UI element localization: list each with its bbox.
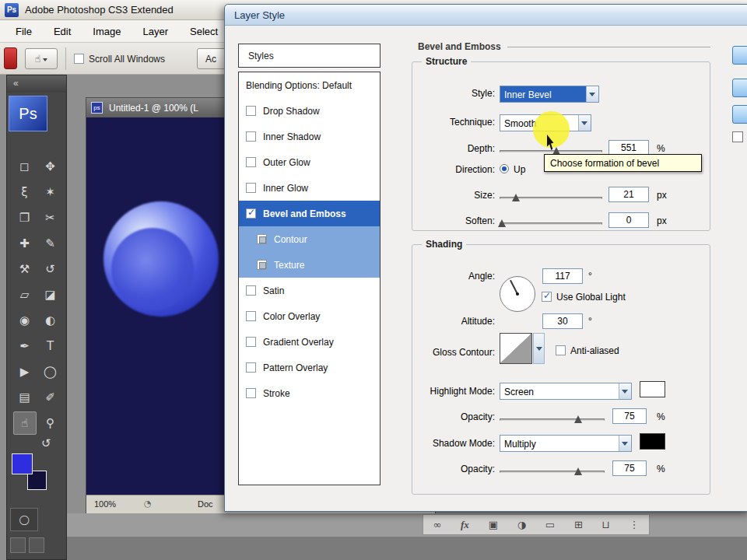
gloss-contour-arrow-button[interactable]	[533, 333, 545, 364]
highlight-opacity-field[interactable]	[612, 408, 647, 424]
link-layers-icon[interactable]: ∞	[433, 519, 441, 530]
style-dropdown[interactable]: Inner Bevel	[500, 86, 599, 103]
style-item-pattern-overlay[interactable]: Pattern Overlay	[239, 355, 380, 380]
slider-thumb[interactable]	[512, 194, 520, 201]
new-style-button-cut[interactable]	[732, 105, 747, 124]
cs3-red-icon[interactable]	[4, 47, 17, 69]
tool-brush[interactable]: ✎	[39, 232, 62, 255]
tool-spot-healing-brush[interactable]: ✚	[13, 232, 37, 255]
inner-glow-checkbox[interactable]	[246, 183, 256, 193]
dropdown-arrow-icon[interactable]	[578, 115, 591, 131]
slider-thumb[interactable]	[574, 415, 582, 423]
direction-up-radio[interactable]	[500, 164, 509, 173]
menu-image[interactable]: Image	[82, 20, 132, 43]
anti-aliased-checkbox[interactable]	[556, 345, 566, 355]
soften-slider[interactable]	[500, 217, 602, 229]
dropdown-arrow-icon[interactable]	[619, 383, 631, 399]
tool-clone-stamp[interactable]: ⚒	[13, 257, 37, 281]
depth-field[interactable]	[608, 140, 649, 156]
gradient-overlay-checkbox[interactable]	[246, 337, 256, 347]
highlight-color-swatch[interactable]	[640, 381, 665, 397]
tool-notes[interactable]: ▤	[13, 386, 37, 409]
drop-shadow-checkbox[interactable]	[246, 106, 256, 116]
quick-mask-button[interactable]: ◯	[10, 508, 38, 531]
angle-field[interactable]	[542, 268, 583, 284]
shadow-color-swatch[interactable]	[640, 433, 665, 450]
delete-layer-icon[interactable]: ⊔	[602, 519, 610, 530]
texture-checkbox[interactable]	[257, 260, 267, 270]
preview-checkbox-cut[interactable]	[732, 131, 743, 142]
style-item-satin[interactable]: Satin	[239, 278, 380, 303]
tool-dodge[interactable]: ◐	[39, 309, 62, 332]
highlight-opacity-slider[interactable]	[500, 413, 605, 425]
altitude-field[interactable]	[542, 313, 583, 329]
highlight-mode-dropdown[interactable]: Screen	[500, 383, 632, 400]
tool-history-brush[interactable]: ↺	[39, 257, 62, 281]
style-item-outer-glow[interactable]: Outer Glow	[239, 149, 380, 175]
new-layer-icon[interactable]: ⊞	[574, 519, 583, 530]
color-overlay-checkbox[interactable]	[246, 311, 256, 321]
tool-gradient[interactable]: ◪	[39, 283, 62, 306]
dropdown-arrow-icon[interactable]	[586, 86, 598, 102]
use-global-light-checkbox[interactable]	[542, 292, 552, 302]
scroll-all-windows-checkbox[interactable]	[74, 54, 84, 64]
soften-field[interactable]	[608, 212, 649, 228]
size-field[interactable]	[608, 187, 649, 202]
style-item-gradient-overlay[interactable]: Gradient Overlay	[239, 329, 380, 355]
tool-zoom[interactable]: ⚲	[39, 411, 62, 435]
hand-tool-preset-button[interactable]: ☝	[25, 48, 58, 69]
bevel-and-emboss-checkbox[interactable]	[246, 208, 256, 219]
tool-blur[interactable]: ◉	[13, 309, 37, 332]
dropdown-arrow-icon[interactable]	[619, 436, 631, 451]
tool-eyedropper[interactable]: ✐	[39, 386, 62, 409]
layer-mask-icon[interactable]: ▣	[489, 519, 498, 530]
palette-header[interactable]: «	[7, 75, 66, 93]
stroke-checkbox[interactable]	[246, 388, 256, 398]
ok-button-cut[interactable]	[732, 46, 747, 65]
tool-hand[interactable]: ☝	[13, 411, 37, 435]
tool-type[interactable]: T	[39, 334, 62, 358]
rotate-canvas-icon[interactable]: ↺	[41, 436, 51, 450]
menu-file[interactable]: File	[5, 20, 43, 43]
tool-rectangular-marquee[interactable]: ◻	[13, 155, 37, 178]
style-item-inner-glow[interactable]: Inner Glow	[239, 175, 380, 201]
tool-quick-selection[interactable]: ✶	[39, 180, 62, 204]
angle-dial[interactable]	[500, 276, 535, 312]
shadow-mode-dropdown[interactable]: Multiply	[500, 435, 632, 452]
pattern-overlay-checkbox[interactable]	[246, 362, 256, 373]
tool-ellipse[interactable]: ◯	[39, 360, 62, 383]
screen-mode-standard-button[interactable]	[10, 537, 26, 553]
satin-checkbox[interactable]	[246, 285, 256, 296]
slider-thumb[interactable]	[498, 219, 506, 227]
cancel-button-cut[interactable]	[732, 79, 747, 97]
slider-thumb[interactable]	[574, 467, 582, 475]
outer-glow-checkbox[interactable]	[246, 157, 256, 167]
menu-select[interactable]: Select	[179, 20, 229, 43]
screen-mode-full-button[interactable]	[29, 537, 44, 553]
collapse-icon[interactable]: «	[13, 78, 19, 89]
style-item-drop-shadow[interactable]: Drop Shadow	[239, 98, 380, 124]
style-item-stroke[interactable]: Stroke	[239, 380, 380, 406]
tool-lasso[interactable]: ξ	[13, 180, 37, 204]
layer-group-icon[interactable]: ▭	[545, 519, 555, 530]
status-menu-icon[interactable]: ◔	[144, 499, 152, 509]
adjustment-layer-icon[interactable]: ◑	[517, 519, 526, 530]
style-item-color-overlay[interactable]: Color Overlay	[239, 303, 380, 329]
shadow-opacity-slider[interactable]	[500, 465, 605, 478]
tool-move[interactable]: ✥	[39, 155, 62, 178]
style-item-blending-options[interactable]: Blending Options: Default	[239, 72, 380, 98]
contour-checkbox[interactable]	[257, 234, 267, 244]
menu-edit[interactable]: Edit	[43, 20, 82, 43]
shadow-opacity-field[interactable]	[612, 460, 647, 476]
layer-style-fx-icon[interactable]: fx	[461, 519, 469, 531]
tool-eraser[interactable]: ▱	[13, 283, 37, 306]
dialog-titlebar[interactable]: Layer Style	[225, 5, 747, 26]
menu-layer[interactable]: Layer	[132, 20, 180, 43]
gloss-contour-thumbnail[interactable]	[500, 333, 532, 364]
foreground-color-swatch[interactable]	[12, 453, 33, 474]
size-slider[interactable]	[500, 191, 602, 204]
zoom-level[interactable]: 100%	[94, 499, 116, 509]
style-item-inner-shadow[interactable]: Inner Shadow	[239, 124, 380, 149]
style-item-contour[interactable]: Contour	[239, 226, 380, 252]
tool-pen[interactable]: ✒	[13, 334, 37, 358]
